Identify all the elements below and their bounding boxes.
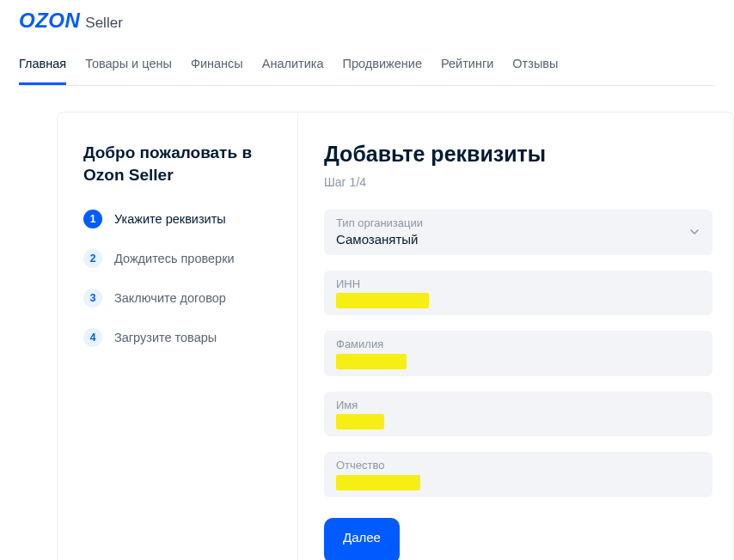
step-number: 4 [83,328,102,347]
step-number: 2 [83,249,102,268]
step-contract[interactable]: 3 Заключите договор [83,289,272,307]
step-number: 1 [83,210,102,228]
sidebar-title: Добро пожаловать в Ozon Seller [83,142,272,186]
field-value [336,411,700,429]
nav-item-reviews[interactable]: Отзывы [512,48,558,85]
nav-item-main[interactable]: Главная [19,48,66,85]
step-requisites[interactable]: 1 Укажите реквизиты [83,210,272,228]
step-indicator: Шаг 1/4 [324,175,713,189]
step-review[interactable]: 2 Дождитесь проверки [83,249,272,268]
field-label: ИНН [336,277,700,291]
patronymic-field[interactable]: Отчество [324,452,713,497]
nav-item-ratings[interactable]: Рейтинги [441,48,493,85]
step-label: Загрузите товары [114,331,217,344]
field-value [336,290,700,308]
field-value: Самозанятый [336,230,700,248]
lastname-field[interactable]: Фамилия [324,331,713,376]
step-label: Укажите реквизиты [114,212,226,226]
onboarding-sidebar: Добро пожаловать в Ozon Seller 1 Укажите… [58,113,298,560]
field-label: Отчество [336,459,700,472]
logo[interactable]: OZON Seller [19,9,715,43]
main-nav: Главная Товары и цены Финансы Аналитика … [19,43,715,86]
step-label: Заключите договор [114,291,226,305]
step-label: Дождитесь проверки [114,252,235,265]
header: OZON Seller Главная Товары и цены Финанс… [0,0,734,86]
nav-item-analytics[interactable]: Аналитика [262,48,324,85]
step-number: 3 [83,289,102,307]
inn-field[interactable]: ИНН [324,271,713,316]
redacted-value [336,414,384,429]
redacted-value [336,475,420,490]
form-panel: Добавьте реквизиты Шаг 1/4 Тип организац… [298,113,733,560]
next-button[interactable]: Далее [324,518,400,560]
firstname-field[interactable]: Имя [324,392,713,437]
redacted-value [336,354,407,369]
chevron-down-icon [688,226,700,238]
field-value [336,472,700,490]
org-type-select[interactable]: Тип организации Самозанятый [324,210,713,255]
field-label: Имя [336,399,700,412]
nav-item-promotion[interactable]: Продвижение [343,48,422,85]
field-value [336,351,700,369]
field-label: Тип организации [336,216,700,230]
step-upload[interactable]: 4 Загрузите товары [83,328,272,347]
page-title: Добавьте реквизиты [324,142,713,167]
steps-list: 1 Укажите реквизиты 2 Дождитесь проверки… [83,210,272,347]
field-label: Фамилия [336,338,700,351]
nav-item-products[interactable]: Товары и цены [85,48,172,85]
nav-item-finance[interactable]: Финансы [191,48,243,85]
content-card: Добро пожаловать в Ozon Seller 1 Укажите… [57,112,734,560]
redacted-value [336,293,429,308]
logo-brand: OZON [19,9,80,33]
logo-sub: Seller [85,15,122,32]
